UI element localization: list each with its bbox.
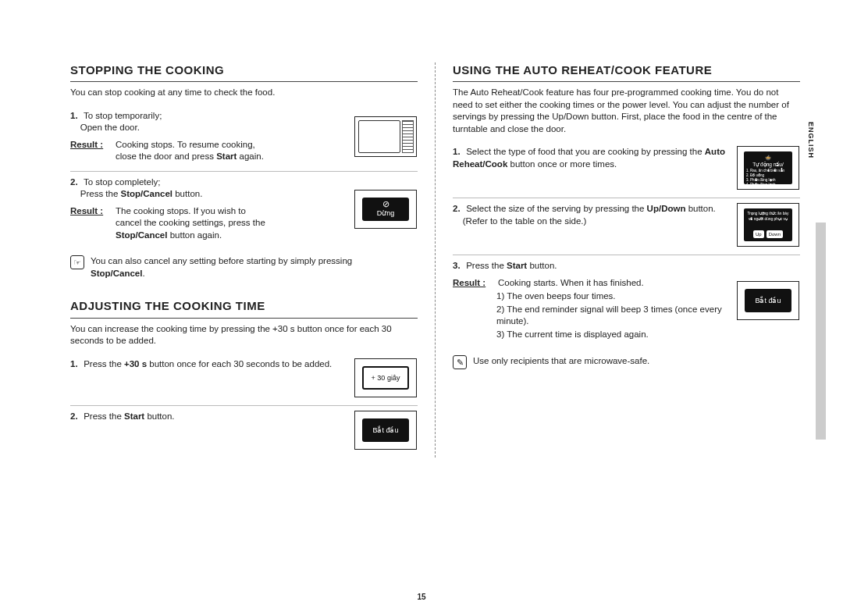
- pointer-icon: ☞: [70, 255, 84, 269]
- button-label: Bắt đầu: [755, 296, 781, 305]
- start-button-illustration: Bắt đầu: [354, 411, 418, 450]
- note-block: ☞ You can also cancel any setting before…: [70, 255, 418, 280]
- microwave-illustration: [354, 110, 418, 163]
- step-line: Open the door.: [80, 123, 140, 132]
- info-icon: ✎: [453, 355, 467, 369]
- result-text: The cooking stops. If you wish to cancel…: [116, 205, 265, 242]
- heading-adjusting-time: ADJUSTING THE COOKING TIME: [70, 298, 418, 318]
- button-label: Bắt đầu: [372, 426, 398, 435]
- step-number: 3.: [453, 260, 464, 272]
- intro-text: You can stop cooking at any time to chec…: [70, 87, 418, 99]
- step-text: 3. Press the Start button.: [453, 260, 728, 272]
- note-text: You can also cancel any setting before s…: [91, 255, 352, 280]
- result-label: Result :: [453, 277, 492, 290]
- note-block: ✎ Use only recipients that are microwave…: [453, 355, 800, 369]
- result-text: Cooking stops. To resume cooking, close …: [116, 139, 264, 163]
- result-block: Result : Cooking stops. To resume cookin…: [70, 139, 346, 163]
- page-number: 15: [417, 592, 425, 603]
- intro-text: You can increase the cooking time by pre…: [70, 323, 418, 347]
- down-chip: Down: [767, 230, 783, 238]
- up-chip: Up: [753, 230, 764, 238]
- result-block: Result : Cooking starts. When it has fin…: [453, 277, 728, 290]
- step-text: 2. Select the size of the serving by pre…: [453, 203, 728, 247]
- list-item: 3) The current time is displayed again.: [496, 329, 728, 341]
- list-item: 1) The oven beeps four times.: [496, 290, 728, 303]
- button-label: Dừng: [377, 208, 395, 218]
- start-button-illustration: Bắt đầu: [736, 260, 800, 341]
- step-number: 1.: [70, 110, 81, 123]
- button-label: + 30 giây: [372, 373, 400, 383]
- side-tab-decoration: [816, 223, 826, 440]
- column-divider: [435, 62, 436, 458]
- step-number: 1.: [70, 358, 81, 371]
- stop-icon: ⊘: [382, 200, 389, 208]
- step-text: 1. To stop temporarily; Open the door.: [70, 110, 346, 134]
- step-text: 2. To stop completely; Press the Stop/Ca…: [70, 176, 346, 201]
- step-number: 2.: [70, 411, 81, 423]
- step-number: 1.: [453, 146, 464, 158]
- panel-icon: 🍲: [765, 155, 771, 160]
- note-text: Use only recipients that are microwave-s…: [473, 355, 649, 368]
- result-label: Result :: [70, 205, 109, 242]
- step-line: To stop temporarily;: [84, 111, 162, 120]
- step-text: 2. Press the Start button.: [70, 411, 346, 450]
- step-text: 1. Press the +30 s button once for each …: [70, 358, 346, 397]
- result-block: Result : The cooking stops. If you wish …: [70, 205, 346, 242]
- step-line: To stop completely;: [84, 177, 160, 187]
- result-label: Result :: [70, 139, 109, 163]
- heading-stopping-cooking: STOPPING THE COOKING: [70, 62, 418, 82]
- result-sublist: 1) The oven beeps four times. 2) The end…: [496, 290, 728, 340]
- updown-panel-illustration: Trọng lượng thức ăn bày vẽ người dùng ph…: [736, 203, 800, 247]
- plus30s-button-illustration: + 30 giây: [354, 358, 418, 397]
- result-text: Cooking starts. When it has finished.: [498, 277, 644, 290]
- language-tab: ENGLISH: [804, 117, 818, 163]
- step-number: 2.: [453, 203, 464, 215]
- heading-auto-reheat: USING THE AUTO REHEAT/COOK FEATURE: [453, 62, 800, 82]
- list-item: 2) The end reminder signal will beep 3 t…: [496, 304, 728, 328]
- auto-cook-panel-illustration: 🍲Tự động nấu/ 1. Rau, ăn chế biến sẵn 2.…: [736, 146, 800, 190]
- stop-button-illustration: ⊘Dừng: [354, 176, 418, 242]
- intro-text: The Auto Reheat/Cook feature has four pr…: [453, 87, 800, 135]
- step-number: 2.: [70, 176, 81, 189]
- step-text: 1. Select the type of food that you are …: [453, 146, 728, 190]
